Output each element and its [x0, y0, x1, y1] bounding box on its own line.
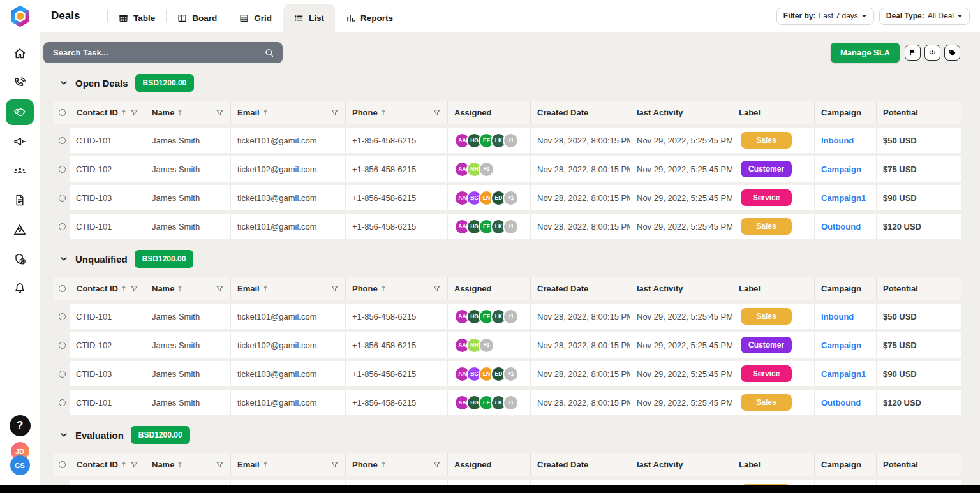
filter-icon[interactable] [330, 108, 339, 117]
label-chip[interactable]: Customer [741, 161, 792, 177]
avatar-chip[interactable]: +1 [503, 395, 519, 411]
filter-icon[interactable] [130, 284, 138, 293]
label-chip[interactable]: Customer [741, 337, 792, 353]
campaign-link[interactable]: Outbound [821, 222, 861, 232]
sidebar-item-calls[interactable] [6, 70, 34, 96]
filter-icon[interactable] [330, 284, 339, 293]
sort-asc-icon[interactable] [121, 108, 127, 117]
table-row[interactable]: CTID-101James Smithticket101@gamil.com+1… [54, 304, 961, 329]
user-avatar-gs[interactable]: GS [10, 455, 30, 475]
avatar-chip[interactable]: +1 [503, 190, 519, 206]
sidebar-item-drive[interactable] [6, 217, 34, 242]
table-row[interactable]: CTID-101James Smithticket101@gamil.com+1… [54, 480, 961, 485]
filter-icon[interactable] [216, 108, 224, 117]
chevron-down-icon[interactable] [59, 254, 68, 263]
tab-reports[interactable]: Reports [335, 4, 404, 32]
campaign-link[interactable]: Outbound [821, 398, 861, 408]
avatar-chip[interactable]: +1 [479, 161, 494, 177]
select-all-radio[interactable] [59, 109, 66, 116]
label-chip[interactable]: Sales [741, 308, 792, 325]
sidebar-item-announcements[interactable] [6, 129, 34, 154]
avatar-chip[interactable]: +1 [503, 133, 519, 149]
table-row[interactable]: CTID-102James Smithticket102@gamil.com+1… [54, 332, 961, 358]
created-date-cell: Nov 28, 2022, 8:00:15 PM [530, 128, 630, 153]
table-row[interactable]: CTID-103James Smithticket103@gamil.com+1… [54, 185, 961, 210]
sidebar-item-team[interactable] [6, 158, 34, 184]
avatar-chip[interactable]: +1 [479, 337, 494, 353]
table-row[interactable]: CTID-103James Smithticket103@gamil.com+1… [54, 361, 961, 386]
flag-button[interactable] [905, 45, 921, 61]
avatar-chip[interactable]: +1 [503, 366, 519, 382]
filter-icon[interactable] [216, 284, 224, 293]
row-radio[interactable] [59, 166, 66, 173]
filter-by-dropdown[interactable]: Filter by:Last 7 days [776, 8, 874, 25]
avatar-chip[interactable]: +1 [503, 219, 519, 235]
sidebar-item-notifications[interactable] [6, 276, 34, 301]
label-chip[interactable]: Service [741, 189, 792, 206]
label-chip[interactable]: Service [741, 365, 792, 382]
help-button[interactable]: ? [10, 415, 31, 436]
sort-asc-icon[interactable] [121, 460, 127, 469]
users-button[interactable] [924, 45, 940, 61]
sidebar-item-documents[interactable] [6, 188, 34, 213]
tab-board[interactable]: Board [167, 4, 228, 32]
row-radio[interactable] [59, 399, 66, 406]
tag-button[interactable] [944, 45, 960, 61]
search-icon[interactable] [264, 48, 274, 58]
label-chip[interactable]: Sales [741, 394, 792, 411]
filter-icon[interactable] [130, 460, 138, 469]
row-radio[interactable] [59, 137, 66, 144]
campaign-link[interactable]: Inbound [821, 136, 854, 145]
sort-asc-icon[interactable] [177, 284, 183, 293]
sort-asc-icon[interactable] [380, 108, 387, 117]
row-radio[interactable] [59, 195, 66, 202]
select-all-radio[interactable] [59, 461, 66, 468]
row-radio[interactable] [59, 223, 66, 230]
search-input[interactable] [52, 47, 264, 58]
deal-type-dropdown[interactable]: Deal Type:All Deal [879, 8, 970, 25]
app-logo[interactable] [8, 0, 32, 32]
filter-icon[interactable] [216, 460, 224, 469]
filter-icon[interactable] [130, 108, 138, 117]
filter-icon[interactable] [330, 460, 339, 469]
sort-asc-icon[interactable] [121, 284, 127, 293]
table-row[interactable]: CTID-101James Smithticket101@gamil.com+1… [54, 128, 961, 153]
campaign-link[interactable]: Campaign [821, 341, 861, 350]
table-row[interactable]: CTID-101James Smithticket101@gamil.com+1… [54, 214, 961, 239]
row-radio[interactable] [59, 313, 66, 320]
avatar-chip[interactable]: +1 [503, 309, 519, 325]
tab-grid[interactable]: Grid [228, 4, 283, 32]
sort-asc-icon[interactable] [262, 284, 269, 293]
row-radio[interactable] [59, 342, 66, 349]
row-radio[interactable] [59, 371, 66, 378]
email-cell: ticket102@gamil.com [230, 332, 345, 358]
filter-icon[interactable] [433, 460, 441, 469]
sort-asc-icon[interactable] [380, 460, 387, 469]
filter-icon[interactable] [433, 284, 441, 293]
table-row[interactable]: CTID-102James Smithticket102@gamil.com+1… [54, 156, 961, 182]
sort-asc-icon[interactable] [177, 460, 183, 469]
chevron-down-icon[interactable] [59, 430, 68, 439]
select-all-radio[interactable] [59, 285, 66, 292]
label-chip[interactable]: Sales [741, 132, 792, 149]
sidebar-item-deals[interactable] [6, 99, 34, 125]
tab-table[interactable]: Table [108, 4, 166, 32]
campaign-link[interactable]: Campaign1 [821, 193, 866, 203]
chevron-down-icon[interactable] [59, 78, 68, 87]
label-chip[interactable]: Sales [741, 218, 792, 235]
sidebar-item-home[interactable] [6, 41, 34, 66]
sort-asc-icon[interactable] [177, 108, 183, 117]
column-label: Label [739, 284, 761, 293]
filter-icon[interactable] [433, 108, 441, 117]
campaign-link[interactable]: Campaign [821, 165, 861, 174]
last-activity: Nov 29, 2022, 5:25:45 PM [637, 222, 732, 232]
sort-asc-icon[interactable] [380, 284, 387, 293]
sort-asc-icon[interactable] [262, 108, 269, 117]
campaign-link[interactable]: Inbound [821, 312, 854, 321]
manage-sla-button[interactable]: Manage SLA [831, 43, 900, 63]
campaign-link[interactable]: Campaign1 [821, 369, 866, 379]
sidebar-item-security[interactable] [6, 246, 34, 272]
tab-list[interactable]: List [283, 4, 335, 32]
sort-asc-icon[interactable] [262, 460, 269, 469]
table-row[interactable]: CTID-101James Smithticket101@gamil.com+1… [54, 390, 961, 415]
